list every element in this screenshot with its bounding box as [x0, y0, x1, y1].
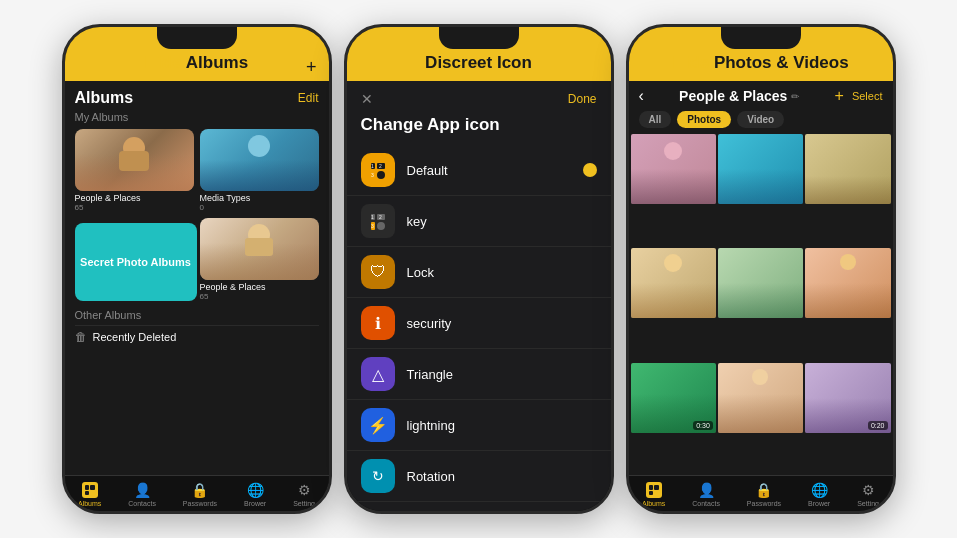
grid-photo-3[interactable]	[805, 134, 890, 204]
video-badge-9: 0:20	[868, 421, 888, 430]
key-icon-preview: 1 2 3	[361, 204, 395, 238]
phone1-plus[interactable]: +	[306, 57, 317, 78]
icon-name-default: Default	[407, 163, 571, 178]
edit-pencil-icon[interactable]: ✏	[791, 91, 799, 102]
browser3-icon: 🌐	[811, 482, 828, 498]
phone-frame-3: Hide Photos & Videos ‹ People & Places ✏…	[626, 24, 896, 514]
grid-photo-7[interactable]: 0:30	[631, 363, 716, 433]
lightning-icon-preview: ⚡	[361, 408, 395, 442]
passwords3-icon: 🔒	[755, 482, 772, 498]
grid-photo-1[interactable]	[631, 134, 716, 204]
rotation-icon-preview: ↻	[361, 459, 395, 493]
album-grid-row1: People & Places 65 Media Types 0	[75, 129, 319, 212]
filter-video[interactable]: Video	[737, 111, 784, 128]
grid-photo-8[interactable]	[718, 363, 803, 433]
done-button[interactable]: Done	[568, 92, 597, 106]
icon-option-default[interactable]: 1 2 3 Default	[347, 145, 611, 196]
tab3-browser-label: Brower	[808, 500, 830, 507]
album3-count: 65	[200, 292, 319, 301]
recently-deleted-row[interactable]: 🗑 Recently Deleted	[75, 325, 319, 348]
phone-notch-2	[439, 27, 519, 49]
default-icon-preview: 1 2 3	[361, 153, 395, 187]
album2-info: Media Types 0	[200, 193, 319, 212]
album2-name: Media Types	[200, 193, 319, 203]
album-people-places-2[interactable]: People & Places 65	[200, 218, 319, 301]
icon-name-security: security	[407, 316, 597, 331]
setting-icon: ⚙	[298, 482, 311, 498]
tab3-albums[interactable]: Albums	[642, 482, 665, 507]
icon-name-lock: Lock	[407, 265, 597, 280]
lock-icon-preview: 🛡	[361, 255, 395, 289]
video-badge-7: 0:30	[693, 421, 713, 430]
phone1-content: Albums Edit My Albums	[65, 81, 329, 475]
phone1-tab-bar: Albums 👤 Contacts 🔒 Passwords 🌐 Brower ⚙…	[65, 475, 329, 511]
tab-browser[interactable]: 🌐 Brower	[244, 482, 266, 507]
tab3-browser[interactable]: 🌐 Brower	[808, 482, 830, 507]
contacts-icon: 👤	[134, 482, 151, 498]
album-thumb-3	[200, 218, 319, 280]
albums-edit-btn[interactable]: Edit	[298, 91, 319, 105]
triangle-icon-preview: △	[361, 357, 395, 391]
hide-word: Hide	[145, 53, 182, 72]
album2-count: 0	[200, 203, 319, 212]
tab3-passwords-label: Passwords	[747, 500, 781, 507]
trash-icon: 🗑	[75, 330, 87, 344]
back-button[interactable]: ‹	[639, 87, 644, 105]
phone3-title: Hide Photos & Videos	[639, 53, 883, 73]
tab-passwords-label: Passwords	[183, 500, 217, 507]
security-icon-preview: ℹ	[361, 306, 395, 340]
select-button[interactable]: Select	[852, 90, 883, 102]
album-media-types[interactable]: Media Types 0	[200, 129, 319, 212]
contacts3-icon: 👤	[698, 482, 715, 498]
tab3-passwords[interactable]: 🔒 Passwords	[747, 482, 781, 507]
phone-frame-1: + Hide Albums Albums Edit My Albums	[62, 24, 332, 514]
close-button[interactable]: ✕	[361, 91, 373, 107]
tab3-setting-label: Setting	[857, 500, 879, 507]
change-icon-header: ✕ Done	[347, 81, 611, 111]
phone2-screen: Discreet Icon ✕ Done Change App icon 1 2…	[347, 27, 611, 511]
tab-passwords[interactable]: 🔒 Passwords	[183, 482, 217, 507]
icon-option-lightning[interactable]: ⚡ lightning	[347, 400, 611, 451]
phone3-plus[interactable]: +	[835, 87, 844, 105]
tab3-contacts[interactable]: 👤 Contacts	[692, 482, 720, 507]
phone3-tab-bar: Albums 👤 Contacts 🔒 Passwords 🌐 Brower ⚙…	[629, 475, 893, 511]
albums-tab3-icon	[646, 482, 662, 498]
album-people-places[interactable]: People & Places 65	[75, 129, 194, 212]
album3-name: People & Places	[200, 282, 319, 292]
icon-name-triangle: Triangle	[407, 367, 597, 382]
tab-setting[interactable]: ⚙ Setting	[293, 482, 315, 507]
other-albums-label: Other Albums	[75, 309, 319, 321]
icon-name-rotation: Rotation	[407, 469, 597, 484]
tab3-setting[interactable]: ⚙ Setting	[857, 482, 879, 507]
album-title-area: People & Places ✏	[679, 88, 799, 104]
album-thumb-1	[75, 129, 194, 191]
grid-photo-2[interactable]	[718, 134, 803, 204]
albums-tab-icon	[82, 482, 98, 498]
tab-contacts[interactable]: 👤 Contacts	[128, 482, 156, 507]
filter-all[interactable]: All	[639, 111, 672, 128]
tab-albums[interactable]: Albums	[78, 482, 101, 507]
icon-option-key[interactable]: 1 2 3 key	[347, 196, 611, 247]
tab-browser-label: Brower	[244, 500, 266, 507]
tab3-albums-label: Albums	[642, 500, 665, 507]
grid-photo-6[interactable]	[805, 248, 890, 318]
grid-photo-5[interactable]	[718, 248, 803, 318]
icon-option-rotation[interactable]: ↻ Rotation	[347, 451, 611, 502]
icon-option-security[interactable]: ℹ security	[347, 298, 611, 349]
rest-word: Albums	[182, 53, 248, 72]
phone2-title: Discreet Icon	[357, 53, 601, 73]
recently-deleted-text: Recently Deleted	[93, 331, 177, 343]
album-grid-row2: Secret Photo Albums People & Place	[75, 218, 319, 301]
icon-option-lock[interactable]: 🛡 Lock	[347, 247, 611, 298]
grid-photo-9[interactable]: 0:20	[805, 363, 890, 433]
browser-icon: 🌐	[247, 482, 264, 498]
filter-photos[interactable]: Photos	[677, 111, 731, 128]
photo-grid: 0:30 0:20	[629, 134, 893, 475]
tab-albums-label: Albums	[78, 500, 101, 507]
albums-header: Albums Edit	[75, 89, 319, 107]
rest-word-3: Photos & Videos	[709, 53, 849, 72]
album1-name: People & Places	[75, 193, 194, 203]
icon-option-triangle[interactable]: △ Triangle	[347, 349, 611, 400]
grid-photo-4[interactable]	[631, 248, 716, 318]
secret-photo-albums-overlay[interactable]: Secret Photo Albums	[75, 223, 197, 301]
